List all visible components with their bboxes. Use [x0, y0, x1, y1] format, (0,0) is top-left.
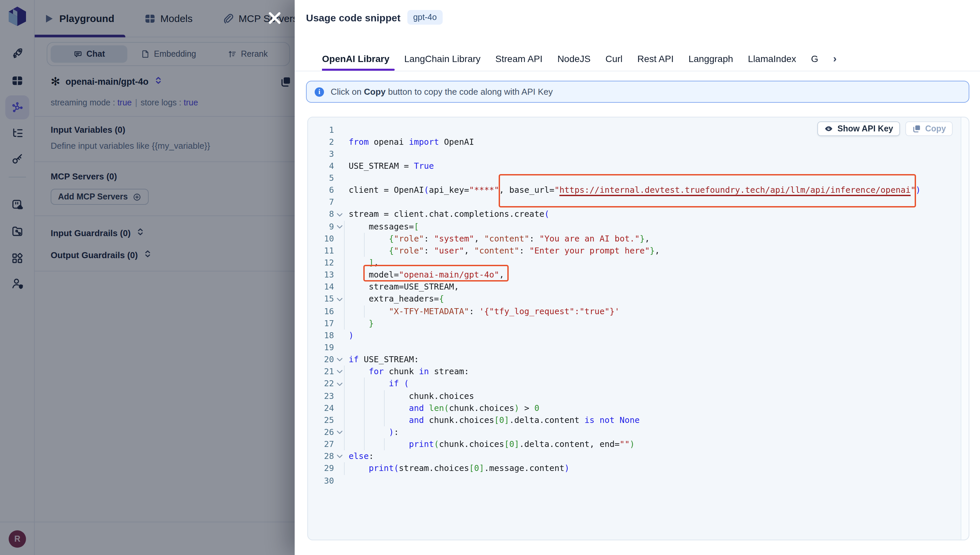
code-editor: 12from openai import OpenAI34USE_STREAM … — [308, 124, 959, 487]
code-line: 6client = OpenAI(api_key="****", base_ur… — [308, 184, 959, 196]
fold-chevron-icon[interactable] — [334, 212, 345, 217]
snippet-tab-llamaindex[interactable]: LlamaIndex — [748, 47, 796, 71]
code-text: } — [349, 318, 374, 329]
modal-backdrop[interactable] — [0, 0, 295, 555]
indent-guide — [364, 305, 365, 317]
snippet-tab-nodejs[interactable]: NodeJS — [557, 47, 591, 71]
indent-guide — [364, 426, 365, 438]
code-text: messages=[ — [349, 220, 419, 233]
tabs-scroll-right-icon[interactable]: › — [833, 53, 837, 65]
snippet-tab-curl[interactable]: Curl — [605, 47, 622, 71]
indent-guide — [344, 414, 345, 426]
line-number: 21 — [314, 366, 334, 378]
code-line: 15 extra_headers={ — [308, 293, 959, 305]
code-line: 22 if ( — [308, 378, 959, 390]
line-number: 14 — [314, 281, 334, 293]
code-text: print(stream.choices[0].message.content) — [349, 463, 569, 475]
indent-guide — [344, 318, 345, 329]
copy-info-banner: i Click on Copy button to copy the code … — [306, 81, 969, 103]
code-line: 10 {"role": "system", "content": "You ar… — [308, 233, 959, 245]
copy-icon — [912, 124, 921, 133]
code-line: 21 for chunk in stream: — [308, 366, 959, 378]
line-number: 30 — [314, 475, 334, 487]
line-number: 12 — [314, 257, 334, 269]
line-number: 17 — [314, 318, 334, 329]
code-text: for chunk in stream: — [349, 366, 469, 378]
app-root: R PlaygroundModelsMCP Servers ChatEmbedd… — [0, 0, 980, 555]
snippet-tab-g[interactable]: G — [811, 47, 819, 71]
indent-guide — [344, 390, 345, 402]
line-number: 15 — [314, 293, 334, 305]
indent-guide — [344, 402, 345, 414]
line-number: 3 — [314, 148, 334, 160]
code-line: 19 — [308, 342, 959, 354]
snippet-tab-openai-library[interactable]: OpenAI Library — [322, 47, 389, 71]
code-line: 18) — [308, 329, 959, 342]
copy-code-button[interactable]: Copy — [905, 121, 953, 136]
fold-chevron-icon[interactable] — [334, 382, 345, 386]
indent-guide — [364, 378, 365, 390]
line-number: 27 — [314, 438, 334, 450]
line-number: 10 — [314, 233, 334, 245]
snippet-tabbar: OpenAI LibraryLangChain LibraryStream AP… — [295, 47, 980, 71]
code-text: stream=USE_STREAM, — [349, 281, 459, 293]
model-badge: gpt-4o — [407, 10, 443, 25]
fold-chevron-icon[interactable] — [334, 455, 345, 459]
line-number: 19 — [314, 342, 334, 354]
line-number: 22 — [314, 378, 334, 390]
code-line: 25 and chunk.choices[0].delta.content is… — [308, 414, 959, 426]
line-number: 5 — [314, 172, 334, 184]
code-line: 11 {"role": "user", "content": "Enter yo… — [308, 245, 959, 257]
code-line: 24 and len(chunk.choices) > 0 — [308, 402, 959, 414]
snippet-tab-stream-api[interactable]: Stream API — [496, 47, 543, 71]
line-number: 1 — [314, 124, 334, 136]
code-line: 5 — [308, 172, 959, 184]
line-number: 13 — [314, 269, 334, 281]
line-number: 6 — [314, 184, 334, 196]
indent-guide — [364, 245, 365, 257]
code-text: from openai import OpenAI — [349, 136, 474, 148]
indent-guide — [344, 426, 345, 438]
show-api-key-label: Show API Key — [837, 124, 893, 133]
indent-guide — [344, 438, 345, 450]
snippet-tab-langchain-library[interactable]: LangChain Library — [404, 47, 481, 71]
code-text: extra_headers={ — [349, 293, 444, 305]
indent-guide — [344, 293, 345, 305]
indent-guide — [384, 390, 385, 402]
indent-guide — [364, 402, 365, 414]
code-text: if ( — [349, 378, 409, 390]
show-api-key-button[interactable]: Show API Key — [817, 121, 900, 136]
line-number: 8 — [314, 209, 334, 220]
code-text: ): — [349, 426, 399, 438]
fold-chevron-icon[interactable] — [334, 225, 345, 228]
line-number: 25 — [314, 414, 334, 426]
code-line: 9 messages=[ — [308, 220, 959, 233]
usage-code-snippet-modal: Usage code snippet gpt-4o OpenAI Library… — [295, 0, 980, 555]
code-line: 23 chunk.choices — [308, 390, 959, 402]
snippet-tab-rest-api[interactable]: Rest API — [637, 47, 674, 71]
line-number: 18 — [314, 329, 334, 342]
snippet-tab-langgraph[interactable]: Langgraph — [688, 47, 733, 71]
indent-guide — [344, 281, 345, 293]
fold-chevron-icon[interactable] — [334, 430, 345, 434]
code-text: client = OpenAI(api_key="****", base_url… — [349, 184, 921, 196]
indent-guide — [364, 438, 365, 450]
code-actions: Show API Key Copy — [817, 121, 953, 136]
indent-guide — [364, 414, 365, 426]
code-line: 20if USE_STREAM: — [308, 354, 959, 366]
info-icon: i — [315, 87, 324, 96]
line-number: 7 — [314, 196, 334, 209]
scrollbar-gutter[interactable] — [961, 117, 969, 540]
line-number: 9 — [314, 220, 334, 233]
fold-chevron-icon[interactable] — [334, 370, 345, 374]
code-text: {"role": "system", "content": "You are a… — [349, 233, 650, 245]
line-number: 28 — [314, 451, 334, 463]
code-text: USE_STREAM = True — [349, 160, 434, 172]
line-number: 2 — [314, 136, 334, 148]
close-modal-icon[interactable] — [265, 9, 284, 27]
code-line: 4USE_STREAM = True — [308, 160, 959, 172]
indent-guide — [344, 366, 345, 378]
modal-title: Usage code snippet — [306, 12, 400, 23]
fold-chevron-icon[interactable] — [334, 358, 345, 361]
fold-chevron-icon[interactable] — [334, 297, 345, 301]
